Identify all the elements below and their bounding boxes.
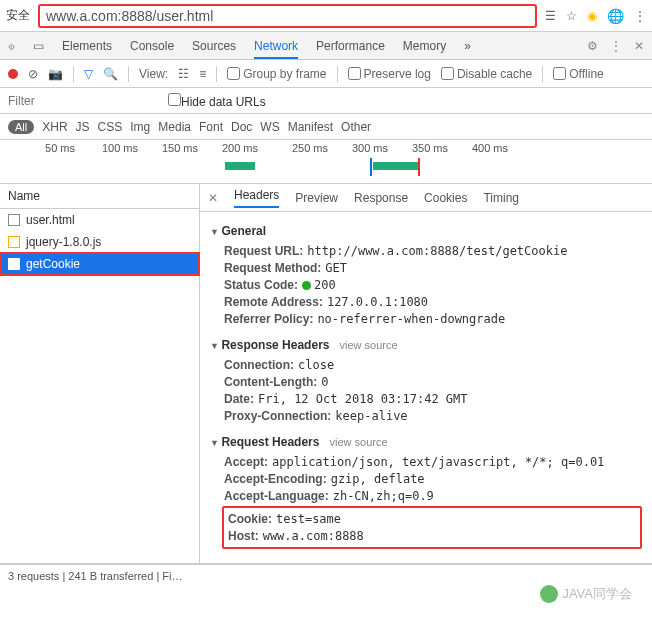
filter-ws[interactable]: WS [260, 120, 279, 134]
timeline-marker-red [418, 158, 420, 176]
status-bar: 3 requests | 241 B transferred | Fi… [0, 564, 652, 586]
detail-tab-preview[interactable]: Preview [295, 191, 338, 205]
network-toolbar: ⊘ 📷 ▽ 🔍 View: ☷ ≡ Group by frame Preserv… [0, 60, 652, 88]
menu-icon[interactable]: ⋮ [634, 9, 646, 23]
watermark: JAVA同学会 [540, 585, 632, 586]
section-general[interactable]: General [210, 224, 642, 238]
filter-icon[interactable]: ▽ [84, 67, 93, 81]
status-text: 3 requests | 241 B transferred | Fi… [8, 570, 182, 582]
filter-doc[interactable]: Doc [231, 120, 252, 134]
security-label: 安全 [6, 7, 30, 24]
file-icon [8, 236, 20, 248]
kv-host: Host:www.a.com:8888 [228, 529, 638, 543]
bookmark-icon[interactable]: ☆ [566, 9, 577, 23]
inspect-icon[interactable]: ⟐ [8, 39, 15, 53]
close-detail-icon[interactable]: ✕ [208, 191, 218, 205]
main-area: Name user.html jquery-1.8.0.js getCookie… [0, 184, 652, 564]
tab-performance[interactable]: Performance [316, 33, 385, 59]
disable-cache-checkbox[interactable]: Disable cache [441, 67, 532, 81]
kv-remote-address: Remote Address:127.0.0.1:1080 [224, 295, 642, 309]
hide-data-urls-checkbox[interactable]: Hide data URLs [168, 93, 266, 109]
view-source-link[interactable]: view source [339, 339, 397, 351]
headers-body: General Request URL:http://www.a.com:888… [200, 212, 652, 563]
timeline[interactable]: 50 ms 100 ms 150 ms 200 ms 250 ms 300 ms… [0, 140, 652, 184]
request-row[interactable]: jquery-1.8.0.js [0, 231, 199, 253]
detail-tab-timing[interactable]: Timing [483, 191, 519, 205]
detail-tabs: ✕ Headers Preview Response Cookies Timin… [200, 184, 652, 212]
kv-request-method: Request Method:GET [224, 261, 642, 275]
detail-tab-cookies[interactable]: Cookies [424, 191, 467, 205]
tab-network[interactable]: Network [254, 33, 298, 59]
settings-icon[interactable]: ⚙ [587, 39, 598, 53]
filter-other[interactable]: Other [341, 120, 371, 134]
filter-font[interactable]: Font [199, 120, 223, 134]
filter-types: All XHR JS CSS Img Media Font Doc WS Man… [0, 114, 652, 140]
filter-row: Hide data URLs [0, 88, 652, 114]
filter-xhr[interactable]: XHR [42, 120, 67, 134]
request-row-selected[interactable]: getCookie [0, 253, 199, 275]
overview-icon[interactable]: ≡ [199, 67, 206, 81]
filter-media[interactable]: Media [158, 120, 191, 134]
detail-pane: ✕ Headers Preview Response Cookies Timin… [200, 184, 652, 563]
kv-request-url: Request URL:http://www.a.com:8888/test/g… [224, 244, 642, 258]
section-response-headers[interactable]: Response Headersview source [210, 338, 642, 352]
kv-accept: Accept:application/json, text/javascript… [224, 455, 642, 469]
wechat-icon [540, 585, 558, 586]
timeline-bar [373, 162, 418, 170]
kv-referrer-policy: Referrer Policy:no-referrer-when-downgra… [224, 312, 642, 326]
timeline-bar [225, 162, 255, 170]
tab-elements[interactable]: Elements [62, 33, 112, 59]
kv-proxy-connection: Proxy-Connection:keep-alive [224, 409, 642, 423]
kv-accept-language: Accept-Language:zh-CN,zh;q=0.9 [224, 489, 642, 503]
capture-icon[interactable]: 📷 [48, 67, 63, 81]
more-tabs-icon[interactable]: » [464, 39, 471, 53]
filter-css[interactable]: CSS [98, 120, 123, 134]
group-by-frame-checkbox[interactable]: Group by frame [227, 67, 326, 81]
preserve-log-checkbox[interactable]: Preserve log [348, 67, 431, 81]
column-header-name[interactable]: Name [0, 184, 199, 209]
view-source-link[interactable]: view source [329, 436, 387, 448]
kv-cookie: Cookie:test=same [228, 512, 638, 526]
timeline-marker-blue [370, 158, 372, 176]
record-icon[interactable] [8, 69, 18, 79]
kv-date: Date:Fri, 12 Oct 2018 03:17:42 GMT [224, 392, 642, 406]
close-icon[interactable]: ✕ [634, 39, 644, 53]
filter-input[interactable] [8, 94, 158, 108]
filter-js[interactable]: JS [76, 120, 90, 134]
search-icon[interactable]: 🔍 [103, 67, 118, 81]
view-label: View: [139, 67, 168, 81]
clear-icon[interactable]: ⊘ [28, 67, 38, 81]
detail-tab-headers[interactable]: Headers [234, 188, 279, 208]
filter-all[interactable]: All [8, 120, 34, 134]
file-icon [8, 258, 20, 270]
large-rows-icon[interactable]: ☷ [178, 67, 189, 81]
extension-icon[interactable]: ◉ [587, 9, 597, 23]
kv-connection: Connection:close [224, 358, 642, 372]
filter-manifest[interactable]: Manifest [288, 120, 333, 134]
kv-status-code: Status Code:200 [224, 278, 642, 292]
tab-sources[interactable]: Sources [192, 33, 236, 59]
filter-img[interactable]: Img [130, 120, 150, 134]
address-bar: 安全 www.a.com:8888/user.html ☰ ☆ ◉ 🌐 ⋮ [0, 0, 652, 32]
dock-icon[interactable]: ⋮ [610, 39, 622, 53]
tab-console[interactable]: Console [130, 33, 174, 59]
section-request-headers[interactable]: Request Headersview source [210, 435, 642, 449]
request-list-pane: Name user.html jquery-1.8.0.js getCookie [0, 184, 200, 563]
translate-icon[interactable]: ☰ [545, 9, 556, 23]
url-input[interactable]: www.a.com:8888/user.html [38, 4, 537, 28]
kv-accept-encoding: Accept-Encoding:gzip, deflate [224, 472, 642, 486]
kv-content-length: Content-Length:0 [224, 375, 642, 389]
offline-checkbox[interactable]: Offline [553, 67, 603, 81]
device-icon[interactable]: ▭ [33, 39, 44, 53]
tab-memory[interactable]: Memory [403, 33, 446, 59]
globe-icon[interactable]: 🌐 [607, 8, 624, 24]
request-row[interactable]: user.html [0, 209, 199, 231]
detail-tab-response[interactable]: Response [354, 191, 408, 205]
devtools-tabs: ⟐ ▭ Elements Console Sources Network Per… [0, 32, 652, 60]
status-dot-icon [302, 281, 311, 290]
highlighted-headers: Cookie:test=same Host:www.a.com:8888 [222, 506, 642, 549]
file-icon [8, 214, 20, 226]
